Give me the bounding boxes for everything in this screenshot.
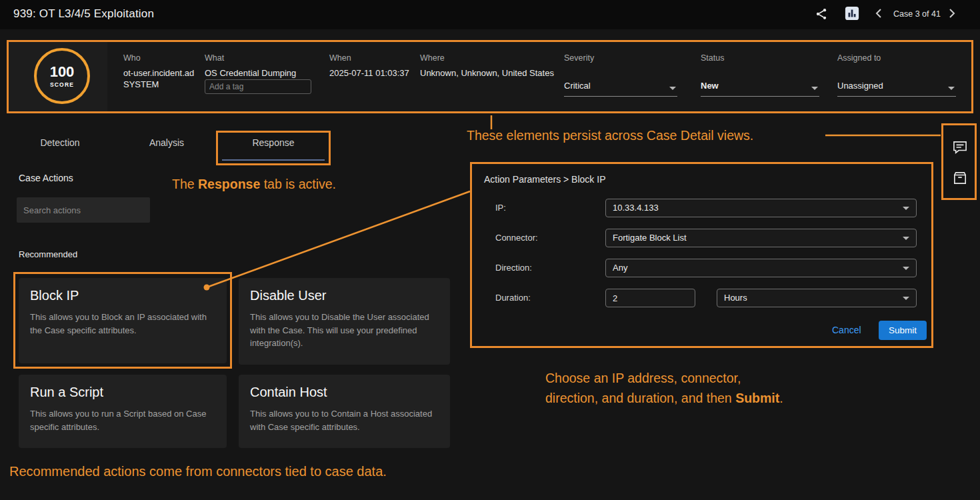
status-select[interactable]: New xyxy=(701,81,819,97)
chevron-down-icon xyxy=(903,207,909,210)
notes-button[interactable] xyxy=(951,140,969,157)
archive-button[interactable] xyxy=(951,171,969,188)
response-tab-annotation-box xyxy=(216,131,331,165)
chevron-left-icon xyxy=(875,8,882,21)
annotation-text: . xyxy=(779,391,783,405)
case-score: 100 SCORE xyxy=(34,48,90,104)
top-bar: 939: OT L3/4/5 Exploitation Case 3 of 41 xyxy=(0,0,980,29)
case-tools-annotation-box xyxy=(941,123,977,200)
card-description: This allows you to to Contain a Host ass… xyxy=(250,407,439,433)
share-button[interactable] xyxy=(813,7,829,23)
who-user: ot-user.incident.ad xyxy=(123,68,194,78)
who-system: SYSTEM xyxy=(123,79,159,89)
ip-select-value: 10.33.4.133 xyxy=(613,203,659,213)
bottom-annotation: Recommended actions come from connectors… xyxy=(9,464,387,479)
case-summary-card: 100 SCORE Who ot-user.incident.ad SYSTEM… xyxy=(7,40,973,113)
where-value: Unknown, Unknown, United States xyxy=(420,68,554,78)
score-label: SCORE xyxy=(50,81,74,88)
assigned-label: Assigned to xyxy=(837,53,881,63)
annotation-line-diagonal xyxy=(207,191,470,287)
chevron-down-icon xyxy=(948,87,955,90)
choose-annotation-line2: direction, and duration, and then Submit… xyxy=(545,391,783,406)
when-label: When xyxy=(329,53,351,63)
archive-icon xyxy=(953,171,967,187)
assigned-select[interactable]: Unassigned xyxy=(837,81,956,97)
case-pager: Case 3 of 41 xyxy=(893,9,941,19)
direction-select-value: Any xyxy=(613,263,627,273)
what-label: What xyxy=(205,53,224,63)
breadcrumb: Action Parameters > Block IP xyxy=(484,174,605,185)
duration-value-input[interactable] xyxy=(605,289,695,307)
tab-detection[interactable]: Detection xyxy=(37,137,83,148)
annotation-text: direction, and duration, and then xyxy=(545,391,735,405)
case-detail-page: 939: OT L3/4/5 Exploitation Case 3 of 41 xyxy=(0,0,980,500)
next-case-button[interactable] xyxy=(947,9,957,21)
score-value: 100 xyxy=(50,65,75,79)
tab-analysis[interactable]: Analysis xyxy=(143,137,190,148)
share-icon xyxy=(815,7,828,23)
cancel-button[interactable]: Cancel xyxy=(832,325,861,335)
card-description: This allows you to Disable the User asso… xyxy=(250,311,439,350)
chevron-down-icon xyxy=(903,297,909,300)
submit-button[interactable]: Submit xyxy=(879,321,927,340)
chevron-down-icon xyxy=(811,87,818,90)
card-title: Disable User xyxy=(250,288,439,303)
card-description: This allows you to Block an IP associate… xyxy=(30,311,215,337)
action-card-disable-user[interactable]: Disable User This allows you to Disable … xyxy=(239,278,450,365)
ip-field-label: IP: xyxy=(495,203,506,213)
dashboard-button[interactable] xyxy=(844,7,860,23)
assigned-value: Unassigned xyxy=(837,81,883,91)
case-actions-title: Case Actions xyxy=(19,173,73,183)
action-card-contain-host[interactable]: Contain Host This allows you to to Conta… xyxy=(239,375,450,448)
duration-unit-select[interactable]: Hours xyxy=(717,289,917,307)
direction-field-label: Direction: xyxy=(495,263,532,273)
add-tag-input[interactable] xyxy=(205,79,311,94)
annotation-text: tab is active. xyxy=(260,177,336,191)
comment-icon xyxy=(953,141,967,157)
where-label: Where xyxy=(420,53,445,63)
chevron-down-icon xyxy=(669,87,676,90)
connector-field-label: Connector: xyxy=(495,233,538,243)
who-label: Who xyxy=(123,53,141,63)
card-title: Block IP xyxy=(30,288,215,303)
severity-select[interactable]: Critical xyxy=(564,81,677,97)
what-value: OS Credential Dumping xyxy=(205,68,296,78)
direction-select[interactable]: Any xyxy=(605,259,917,277)
card-title: Contain Host xyxy=(250,385,439,400)
when-value: 2025-07-11 01:03:37 xyxy=(329,68,409,78)
chevron-down-icon xyxy=(903,267,909,270)
duration-field-label: Duration: xyxy=(495,293,531,303)
duration-unit-value: Hours xyxy=(724,293,747,303)
card-title: Run a Script xyxy=(30,385,215,400)
ip-select[interactable]: 10.33.4.133 xyxy=(605,199,917,217)
search-actions-input[interactable] xyxy=(17,197,150,223)
persist-annotation: These elements persist across Case Detai… xyxy=(467,128,753,143)
previous-case-button[interactable] xyxy=(873,9,884,21)
action-card-run-script[interactable]: Run a Script This allows you to run a Sc… xyxy=(19,375,227,448)
recommended-section-label: Recommended xyxy=(19,249,77,259)
response-tab-annotation: The Response tab is active. xyxy=(172,177,336,192)
score-panel: 100 SCORE xyxy=(9,42,107,111)
severity-value: Critical xyxy=(564,81,591,91)
chevron-right-icon xyxy=(949,8,955,21)
severity-label: Severity xyxy=(564,53,594,63)
bar-chart-icon xyxy=(845,6,859,23)
connector-select[interactable]: Fortigate Block List xyxy=(605,229,917,247)
status-value: New xyxy=(701,81,719,91)
choose-annotation-line1: Choose an IP address, connector, xyxy=(545,371,741,386)
case-title: 939: OT L3/4/5 Exploitation xyxy=(13,7,154,21)
card-description: This allows you to run a Script based on… xyxy=(30,407,215,433)
connector-select-value: Fortigate Block List xyxy=(613,233,687,243)
chevron-down-icon xyxy=(903,237,909,240)
annotation-bold: Submit xyxy=(735,391,779,405)
annotation-text: The xyxy=(172,177,198,191)
status-label: Status xyxy=(701,53,724,63)
action-card-block-ip[interactable]: Block IP This allows you to Block an IP … xyxy=(19,278,227,363)
action-parameters-panel: Action Parameters > Block IP IP: 10.33.4… xyxy=(470,162,933,348)
annotation-bold: Response xyxy=(198,177,260,191)
